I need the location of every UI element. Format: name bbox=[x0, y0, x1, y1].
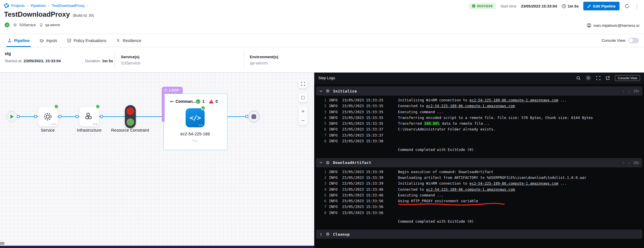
log-level: INFO bbox=[329, 109, 340, 115]
scroll-down-icon[interactable]: ↓ bbox=[628, 160, 630, 165]
hexagons-icon bbox=[84, 111, 94, 122]
infrastructure-step-node[interactable]: </> bbox=[79, 107, 99, 126]
breadcrumb-link[interactable]: Projects bbox=[11, 3, 25, 8]
log-settings-icon[interactable] bbox=[586, 75, 591, 81]
canvas-bottom-bar bbox=[0, 246, 314, 248]
log-spacer bbox=[314, 216, 644, 219]
tab-label: Policy Evaluations bbox=[74, 38, 106, 43]
horizontal-scrollbar[interactable] bbox=[0, 242, 5, 245]
log-open-new-tab-icon[interactable] bbox=[605, 76, 610, 80]
chevron-down-icon[interactable] bbox=[319, 90, 323, 93]
log-line: 6INFO23/05/2023 15:33:56Using HTTP_PROXY… bbox=[314, 198, 644, 204]
tab-label: Resilience bbox=[123, 38, 141, 43]
log-line: Command completed with ExitCode (0) bbox=[314, 219, 644, 224]
log-level: INFO bbox=[329, 204, 340, 210]
resource-constraint-node[interactable] bbox=[125, 105, 136, 128]
log-fullscreen-icon[interactable] bbox=[596, 76, 601, 80]
step-success-icon bbox=[326, 89, 330, 93]
red-light bbox=[127, 107, 134, 115]
service-step-node[interactable]: </> bbox=[38, 107, 58, 126]
command-group-header[interactable]: Comman... 1 0 bbox=[170, 99, 218, 104]
collapse-icon[interactable] bbox=[170, 101, 174, 102]
line-number bbox=[314, 147, 326, 153]
line-number: 7 bbox=[314, 132, 326, 138]
line-number: 5 bbox=[314, 192, 326, 198]
resource-constraint-label: Resource Constraint bbox=[110, 127, 150, 133]
edit-pipeline-button[interactable]: Edit Pipeline bbox=[583, 2, 620, 10]
tab-pipeline[interactable]: Pipeline bbox=[7, 34, 30, 47]
canvas-fullscreen-button[interactable] bbox=[298, 79, 308, 88]
log-text: Executing command ... bbox=[398, 110, 443, 114]
scroll-down-icon[interactable]: ↓ bbox=[628, 89, 630, 93]
tab-resilience[interactable]: Resilience bbox=[116, 34, 141, 47]
tab-bar: PipelineInputsPolicy EvaluationsResilien… bbox=[0, 34, 644, 47]
more-options-button[interactable]: ⋮ bbox=[635, 3, 639, 9]
tags-row: S3Service qa-winrm bbox=[5, 22, 60, 27]
breadcrumb-link[interactable]: TestDownloadProxy bbox=[52, 3, 85, 8]
console-view-toggle-wrap: Console View bbox=[602, 34, 639, 47]
log-section-header-initialize[interactable]: Initialize↑↓13s bbox=[316, 86, 642, 96]
zoom-in-button[interactable]: + bbox=[301, 109, 304, 114]
log-line: 2INFO23/05/2023 15:33:39Downloading arti… bbox=[314, 175, 644, 181]
line-number: 2 bbox=[314, 175, 326, 181]
pencil-icon bbox=[587, 4, 591, 8]
log-section-name: DownloadArtifact bbox=[333, 160, 371, 165]
canvas-fit-view-button[interactable] bbox=[298, 93, 308, 102]
scroll-up-icon[interactable]: ↑ bbox=[623, 160, 625, 165]
log-message: Initializing WinRM connection to ec2-54-… bbox=[398, 97, 567, 103]
log-message: Using HTTP_PROXY environment variable bbox=[398, 198, 478, 204]
zoom-out-button[interactable]: − bbox=[301, 118, 304, 123]
log-line: 5INFO23/05/2023 15:33:46Executing comman… bbox=[314, 192, 644, 198]
log-level: INFO bbox=[329, 126, 340, 132]
log-link[interactable]: ec2-54-225-189-86.compute-1.amazonaws.co… bbox=[426, 187, 515, 192]
service-tag[interactable]: S3Service bbox=[13, 23, 36, 27]
connector-point bbox=[100, 115, 103, 118]
refresh-button[interactable] bbox=[624, 3, 630, 9]
console-view-switch[interactable] bbox=[628, 38, 639, 43]
log-link[interactable]: ec2-54-225-189-86.compute-1.amazonaws.co… bbox=[426, 104, 515, 108]
log-section-header-downloadartifact[interactable]: DownloadArtifact↑↓18s bbox=[316, 158, 642, 167]
green-light bbox=[127, 118, 134, 126]
services-column: Service(s) S3Service bbox=[121, 55, 140, 65]
log-search-icon[interactable] bbox=[576, 76, 581, 80]
code-icon: </> bbox=[93, 123, 97, 126]
end-node[interactable] bbox=[248, 111, 260, 122]
command-step-node[interactable]: </> </> bbox=[186, 108, 205, 127]
divider bbox=[207, 99, 207, 104]
log-link[interactable]: ec2-54-225-189-86.compute-1.amazonaws.co… bbox=[469, 181, 558, 185]
environment-tag[interactable]: qa-winrm bbox=[39, 23, 60, 27]
log-section-name: Cleanup bbox=[333, 232, 350, 236]
log-section-header-cleanup[interactable]: Cleanup bbox=[316, 230, 642, 239]
stage-name: stg bbox=[5, 51, 11, 56]
tab-policy-evaluations[interactable]: Policy Evaluations bbox=[67, 34, 106, 47]
breadcrumb-link[interactable]: Pipelines bbox=[31, 3, 46, 8]
progress-highlight: 100.00% bbox=[424, 121, 440, 126]
log-message: Transferring encoded script to a remote … bbox=[398, 115, 593, 121]
service-node-label: Service bbox=[29, 127, 66, 133]
log-line: Command completed with ExitCode (0) bbox=[314, 147, 644, 153]
console-view-button[interactable]: Console View bbox=[615, 75, 640, 81]
log-line: 3INFO23/05/2023 15:33:39Initializing Win… bbox=[314, 181, 644, 186]
log-level: INFO bbox=[329, 169, 340, 175]
log-level: INFO bbox=[329, 115, 340, 121]
divider bbox=[115, 50, 115, 69]
log-level bbox=[329, 219, 340, 224]
log-link[interactable]: ec2-54-225-189-86.compute-1.amazonaws.co… bbox=[469, 98, 558, 102]
tab-inputs[interactable]: Inputs bbox=[39, 34, 57, 47]
environment-value[interactable]: qa-winrm bbox=[250, 60, 278, 65]
gear-icon bbox=[13, 23, 17, 27]
log-message: Downloading artifact from ARTIFACTORY to… bbox=[398, 175, 586, 181]
divider bbox=[244, 50, 244, 69]
stage-started: Started at: 23/05/2023, 15:33:04 bbox=[5, 59, 61, 63]
chevron-right-icon[interactable] bbox=[319, 233, 323, 236]
line-number: 6 bbox=[314, 198, 326, 204]
log-line: 2INFO23/05/2023 15:33:35Connected to ec2… bbox=[314, 103, 644, 109]
start-node[interactable] bbox=[6, 111, 17, 122]
step-duration: 13s bbox=[633, 89, 639, 93]
log-text: Transferring encoded script to a remote … bbox=[398, 116, 593, 120]
scroll-up-icon[interactable]: ↑ bbox=[623, 89, 625, 93]
service-value[interactable]: S3Service bbox=[121, 60, 140, 65]
line-number: 6 bbox=[314, 126, 326, 132]
chevron-down-icon[interactable] bbox=[319, 161, 323, 164]
pipeline-canvas[interactable]: </> Service </> Infrastructure Resource … bbox=[0, 73, 314, 248]
